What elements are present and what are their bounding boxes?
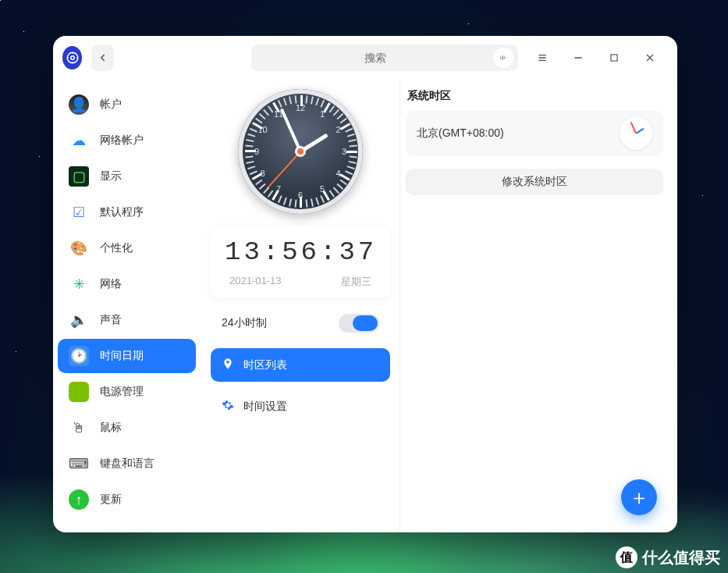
keyboard-icon: ⌨ xyxy=(69,454,89,474)
sidebar-item-keyboard[interactable]: ⌨键盘和语言 xyxy=(58,447,196,481)
watermark-text: 什么值得买 xyxy=(642,547,720,568)
digital-clock-card: 13:56:37 2021-01-13 星期三 xyxy=(211,226,390,298)
date-label: 2021-01-13 xyxy=(229,275,282,289)
watermark: 值 什么值得买 xyxy=(616,546,720,568)
monitor-icon: ▢ xyxy=(69,166,89,187)
battery-icon xyxy=(69,382,89,402)
time-settings-label: 时间设置 xyxy=(243,400,287,414)
sidebar-item-label: 显示 xyxy=(100,169,122,183)
analog-clock: 121234567891011 xyxy=(238,89,363,214)
search-icon xyxy=(367,52,378,63)
sidebar-item-label: 更新 xyxy=(100,493,122,507)
hour-format-label: 24小时制 xyxy=(222,316,267,330)
titlebar xyxy=(53,36,677,80)
plus-icon: ＋ xyxy=(629,484,649,511)
datetime-panel: 121234567891011 13:56:37 2021-01-13 星期三 … xyxy=(201,80,400,532)
sidebar-item-net-account[interactable]: ☁网络帐户 xyxy=(58,123,196,158)
sidebar-item-personalize[interactable]: 🎨个性化 xyxy=(58,231,196,265)
sidebar-item-account[interactable]: 👤帐户 xyxy=(58,87,196,122)
sidebar: 👤帐户 ☁网络帐户 ▢显示 ☑默认程序 🎨个性化 ✳网络 🔈声音 🕑时间日期 电… xyxy=(53,80,201,532)
mini-clock-icon xyxy=(620,117,652,150)
sidebar-item-display[interactable]: ▢显示 xyxy=(58,159,196,194)
change-timezone-button[interactable]: 修改系统时区 xyxy=(406,169,663,195)
arrow-up-icon: ↑ xyxy=(69,489,89,510)
sidebar-item-power[interactable]: 电源管理 xyxy=(58,375,196,409)
digital-time: 13:56:37 xyxy=(225,237,376,267)
svg-point-2 xyxy=(368,54,374,59)
app-logo-icon xyxy=(62,46,82,69)
search-input[interactable] xyxy=(251,44,518,71)
watermark-badge-icon: 值 xyxy=(616,546,637,568)
sidebar-item-label: 鼠标 xyxy=(100,421,122,435)
system-tz-heading: 系统时区 xyxy=(406,89,663,103)
timezone-panel: 系统时区 北京(GMT+08:00) 修改系统时区 ＋ xyxy=(400,80,677,532)
minimize-button[interactable] xyxy=(560,44,596,71)
cloud-icon: ☁ xyxy=(69,130,89,151)
current-timezone-card[interactable]: 北京(GMT+08:00) xyxy=(406,111,663,156)
map-pin-icon xyxy=(222,358,234,372)
sidebar-item-label: 电源管理 xyxy=(100,385,144,399)
sidebar-item-label: 网络 xyxy=(100,277,122,291)
window-check-icon: ☑ xyxy=(69,202,89,222)
menu-button[interactable] xyxy=(524,44,560,71)
change-timezone-label: 修改系统时区 xyxy=(502,175,567,189)
clock-icon: 🕑 xyxy=(69,346,89,366)
maximize-button[interactable] xyxy=(596,44,632,71)
svg-point-1 xyxy=(70,56,74,60)
hour-format-switch[interactable] xyxy=(339,314,379,333)
sidebar-item-update[interactable]: ↑更新 xyxy=(58,482,196,517)
sidebar-item-label: 默认程序 xyxy=(100,205,144,219)
voice-input-icon[interactable] xyxy=(493,48,513,68)
timezone-list-label: 时区列表 xyxy=(243,358,287,372)
sidebar-item-label: 键盘和语言 xyxy=(100,457,154,471)
speaker-icon: 🔈 xyxy=(69,310,89,330)
gear-icon xyxy=(222,399,234,414)
settings-window: 👤帐户 ☁网络帐户 ▢显示 ☑默认程序 🎨个性化 ✳网络 🔈声音 🕑时间日期 电… xyxy=(53,36,677,532)
svg-rect-3 xyxy=(611,55,617,61)
globe-icon: ✳ xyxy=(69,274,89,294)
timezone-list-button[interactable]: 时区列表 xyxy=(211,348,390,382)
sidebar-item-mouse[interactable]: 🖱鼠标 xyxy=(58,411,196,445)
sidebar-item-label: 个性化 xyxy=(100,241,133,255)
hour-format-toggle-row: 24小时制 xyxy=(211,306,390,340)
palette-icon: 🎨 xyxy=(69,238,89,258)
mouse-icon: 🖱 xyxy=(69,418,89,438)
weekday-label: 星期三 xyxy=(341,275,371,289)
sidebar-item-default-apps[interactable]: ☑默认程序 xyxy=(58,195,196,230)
sidebar-item-label: 帐户 xyxy=(100,98,122,112)
svg-point-0 xyxy=(67,52,78,63)
time-settings-button[interactable]: 时间设置 xyxy=(211,390,390,423)
close-button[interactable] xyxy=(632,44,668,71)
add-timezone-button[interactable]: ＋ xyxy=(621,479,657,515)
sidebar-item-label: 时间日期 xyxy=(100,349,144,363)
sidebar-item-label: 网络帐户 xyxy=(100,133,144,148)
sidebar-item-network[interactable]: ✳网络 xyxy=(58,267,196,301)
sidebar-item-sound[interactable]: 🔈声音 xyxy=(58,303,196,337)
sidebar-item-label: 声音 xyxy=(100,313,122,327)
back-button[interactable] xyxy=(91,44,114,71)
current-timezone-label: 北京(GMT+08:00) xyxy=(417,126,504,141)
sidebar-item-datetime[interactable]: 🕑时间日期 xyxy=(58,339,196,373)
person-icon: 👤 xyxy=(69,94,89,115)
